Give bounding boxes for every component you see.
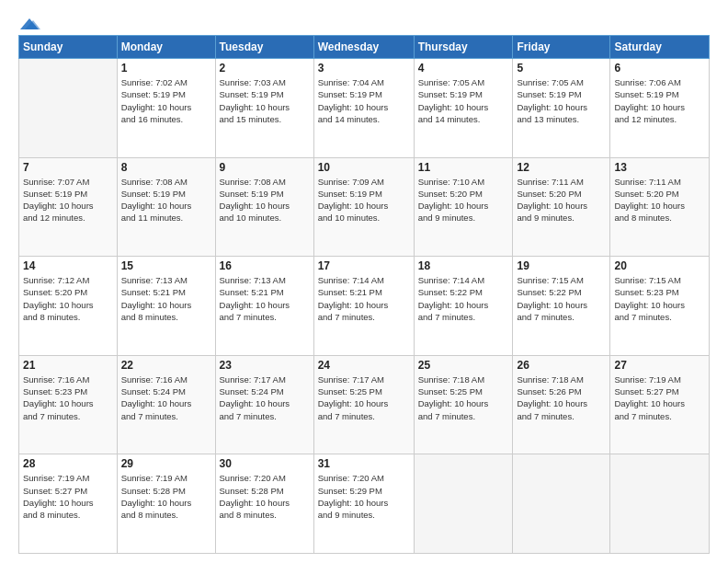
calendar-cell: 17Sunrise: 7:14 AMSunset: 5:21 PMDayligh… — [313, 257, 414, 356]
day-number: 12 — [517, 161, 606, 174]
day-number: 4 — [418, 62, 509, 75]
day-number: 17 — [318, 259, 410, 272]
col-sunday: Sunday — [19, 36, 118, 59]
day-number: 19 — [517, 259, 606, 272]
day-number: 14 — [23, 259, 113, 272]
calendar-week-row-5: 28Sunrise: 7:19 AMSunset: 5:27 PMDayligh… — [19, 454, 710, 554]
day-number: 15 — [121, 259, 211, 272]
day-info: Sunrise: 7:20 AMSunset: 5:29 PMDaylight:… — [318, 472, 410, 521]
day-info: Sunrise: 7:16 AMSunset: 5:23 PMDaylight:… — [23, 373, 113, 422]
calendar-cell: 6Sunrise: 7:06 AMSunset: 5:19 PMDaylight… — [610, 59, 710, 158]
calendar-table: Sunday Monday Tuesday Wednesday Thursday… — [18, 35, 710, 554]
day-info: Sunrise: 7:14 AMSunset: 5:21 PMDaylight:… — [318, 274, 410, 323]
day-info: Sunrise: 7:06 AMSunset: 5:19 PMDaylight:… — [614, 76, 705, 125]
day-info: Sunrise: 7:03 AMSunset: 5:19 PMDaylight:… — [220, 76, 310, 125]
day-number: 11 — [418, 161, 509, 174]
day-info: Sunrise: 7:08 AMSunset: 5:19 PMDaylight:… — [121, 176, 211, 224]
day-info: Sunrise: 7:17 AMSunset: 5:25 PMDaylight:… — [318, 373, 410, 422]
day-number: 20 — [614, 259, 705, 272]
logo — [18, 17, 40, 28]
day-number: 21 — [23, 359, 113, 372]
col-thursday: Thursday — [414, 36, 513, 59]
day-number: 3 — [318, 62, 410, 75]
day-number: 24 — [318, 359, 410, 372]
day-info: Sunrise: 7:16 AMSunset: 5:24 PMDaylight:… — [121, 373, 211, 422]
day-info: Sunrise: 7:08 AMSunset: 5:19 PMDaylight:… — [220, 176, 310, 224]
calendar-cell: 25Sunrise: 7:18 AMSunset: 5:25 PMDayligh… — [414, 355, 513, 454]
calendar-cell — [610, 454, 710, 554]
day-number: 28 — [23, 457, 113, 470]
day-info: Sunrise: 7:07 AMSunset: 5:19 PMDaylight:… — [23, 176, 113, 224]
calendar-week-row-4: 21Sunrise: 7:16 AMSunset: 5:23 PMDayligh… — [19, 355, 710, 454]
calendar-cell: 11Sunrise: 7:10 AMSunset: 5:20 PMDayligh… — [414, 157, 513, 257]
day-info: Sunrise: 7:05 AMSunset: 5:19 PMDaylight:… — [517, 76, 606, 125]
day-info: Sunrise: 7:18 AMSunset: 5:26 PMDaylight:… — [517, 373, 606, 422]
day-number: 23 — [220, 359, 310, 372]
calendar-cell: 1Sunrise: 7:02 AMSunset: 5:19 PMDaylight… — [117, 59, 215, 158]
day-info: Sunrise: 7:19 AMSunset: 5:27 PMDaylight:… — [614, 373, 705, 422]
calendar-cell: 8Sunrise: 7:08 AMSunset: 5:19 PMDaylight… — [117, 157, 215, 257]
day-info: Sunrise: 7:13 AMSunset: 5:21 PMDaylight:… — [220, 274, 310, 323]
calendar-cell: 14Sunrise: 7:12 AMSunset: 5:20 PMDayligh… — [19, 257, 118, 356]
day-number: 5 — [517, 62, 606, 75]
day-info: Sunrise: 7:14 AMSunset: 5:22 PMDaylight:… — [418, 274, 509, 323]
calendar-cell: 16Sunrise: 7:13 AMSunset: 5:21 PMDayligh… — [215, 257, 313, 356]
calendar-cell: 31Sunrise: 7:20 AMSunset: 5:29 PMDayligh… — [313, 454, 414, 554]
day-number: 7 — [23, 161, 113, 174]
day-info: Sunrise: 7:10 AMSunset: 5:20 PMDaylight:… — [418, 176, 509, 224]
day-info: Sunrise: 7:04 AMSunset: 5:19 PMDaylight:… — [318, 76, 410, 125]
calendar-cell: 7Sunrise: 7:07 AMSunset: 5:19 PMDaylight… — [19, 157, 118, 257]
calendar-cell: 23Sunrise: 7:17 AMSunset: 5:24 PMDayligh… — [215, 355, 313, 454]
day-info: Sunrise: 7:19 AMSunset: 5:27 PMDaylight:… — [23, 472, 113, 521]
calendar-cell — [513, 454, 610, 554]
day-info: Sunrise: 7:11 AMSunset: 5:20 PMDaylight:… — [614, 176, 705, 224]
day-info: Sunrise: 7:02 AMSunset: 5:19 PMDaylight:… — [121, 76, 211, 125]
day-number: 16 — [220, 259, 310, 272]
col-tuesday: Tuesday — [215, 36, 313, 59]
day-number: 9 — [220, 161, 310, 174]
day-number: 6 — [614, 62, 705, 75]
col-friday: Friday — [513, 36, 610, 59]
col-monday: Monday — [117, 36, 215, 59]
day-info: Sunrise: 7:11 AMSunset: 5:20 PMDaylight:… — [517, 176, 606, 224]
calendar-cell: 9Sunrise: 7:08 AMSunset: 5:19 PMDaylight… — [215, 157, 313, 257]
calendar-cell: 2Sunrise: 7:03 AMSunset: 5:19 PMDaylight… — [215, 59, 313, 158]
day-info: Sunrise: 7:18 AMSunset: 5:25 PMDaylight:… — [418, 373, 509, 422]
calendar-cell: 24Sunrise: 7:17 AMSunset: 5:25 PMDayligh… — [313, 355, 414, 454]
calendar-cell: 10Sunrise: 7:09 AMSunset: 5:19 PMDayligh… — [313, 157, 414, 257]
day-info: Sunrise: 7:09 AMSunset: 5:19 PMDaylight:… — [318, 176, 410, 224]
day-number: 22 — [121, 359, 211, 372]
day-number: 27 — [614, 359, 705, 372]
calendar-week-row-3: 14Sunrise: 7:12 AMSunset: 5:20 PMDayligh… — [19, 257, 710, 356]
calendar-week-row-2: 7Sunrise: 7:07 AMSunset: 5:19 PMDaylight… — [19, 157, 710, 257]
day-info: Sunrise: 7:19 AMSunset: 5:28 PMDaylight:… — [121, 472, 211, 521]
calendar-cell: 21Sunrise: 7:16 AMSunset: 5:23 PMDayligh… — [19, 355, 118, 454]
calendar-cell: 3Sunrise: 7:04 AMSunset: 5:19 PMDaylight… — [313, 59, 414, 158]
day-info: Sunrise: 7:13 AMSunset: 5:21 PMDaylight:… — [121, 274, 211, 323]
day-info: Sunrise: 7:05 AMSunset: 5:19 PMDaylight:… — [418, 76, 509, 125]
day-number: 2 — [220, 62, 310, 75]
day-number: 18 — [418, 259, 509, 272]
day-info: Sunrise: 7:17 AMSunset: 5:24 PMDaylight:… — [220, 373, 310, 422]
day-info: Sunrise: 7:15 AMSunset: 5:22 PMDaylight:… — [517, 274, 606, 323]
page: Sunday Monday Tuesday Wednesday Thursday… — [0, 0, 728, 563]
calendar-cell: 30Sunrise: 7:20 AMSunset: 5:28 PMDayligh… — [215, 454, 313, 554]
calendar-cell: 29Sunrise: 7:19 AMSunset: 5:28 PMDayligh… — [117, 454, 215, 554]
day-info: Sunrise: 7:12 AMSunset: 5:20 PMDaylight:… — [23, 274, 113, 323]
day-info: Sunrise: 7:20 AMSunset: 5:28 PMDaylight:… — [220, 472, 310, 521]
col-wednesday: Wednesday — [313, 36, 414, 59]
col-saturday: Saturday — [610, 36, 710, 59]
day-number: 31 — [318, 457, 410, 470]
calendar-header-row: Sunday Monday Tuesday Wednesday Thursday… — [19, 36, 710, 59]
day-info: Sunrise: 7:15 AMSunset: 5:23 PMDaylight:… — [614, 274, 705, 323]
calendar-cell: 18Sunrise: 7:14 AMSunset: 5:22 PMDayligh… — [414, 257, 513, 356]
calendar-cell: 5Sunrise: 7:05 AMSunset: 5:19 PMDaylight… — [513, 59, 610, 158]
calendar-cell — [414, 454, 513, 554]
day-number: 26 — [517, 359, 606, 372]
calendar-cell — [19, 59, 118, 158]
logo-icon — [20, 17, 40, 31]
day-number: 25 — [418, 359, 509, 372]
calendar-cell: 26Sunrise: 7:18 AMSunset: 5:26 PMDayligh… — [513, 355, 610, 454]
calendar-cell: 20Sunrise: 7:15 AMSunset: 5:23 PMDayligh… — [610, 257, 710, 356]
day-number: 8 — [121, 161, 211, 174]
